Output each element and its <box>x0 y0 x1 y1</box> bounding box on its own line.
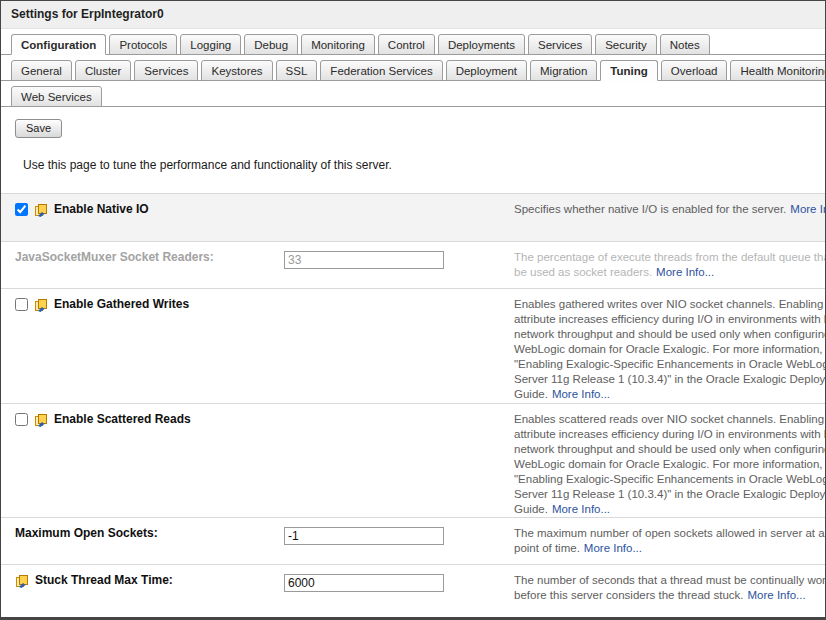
restart-required-icon <box>34 203 48 217</box>
tab-configuration[interactable]: Configuration <box>11 34 106 55</box>
field-label-enable-scattered-reads: Enable Scattered Reads <box>54 412 191 427</box>
restart-required-icon <box>34 413 48 427</box>
help-enable-scattered-reads: Enables scattered reads over NIO socket … <box>514 412 826 517</box>
stuck-thread-max-time-input[interactable] <box>284 574 444 592</box>
settings-page: Settings for ErpIntegrator0 Configuratio… <box>0 0 826 620</box>
tab-debug[interactable]: Debug <box>244 34 298 55</box>
tab-services-sub[interactable]: Services <box>134 60 198 81</box>
tab-logging[interactable]: Logging <box>180 34 241 55</box>
tab-security[interactable]: Security <box>595 34 657 55</box>
secondary-tab-bar-wrap: Web Services <box>1 81 825 107</box>
more-info-link[interactable]: More Info... <box>552 503 610 515</box>
more-info-link[interactable]: More Info... <box>584 542 642 554</box>
tab-general[interactable]: General <box>11 60 72 81</box>
tab-control[interactable]: Control <box>378 34 435 55</box>
tab-migration[interactable]: Migration <box>530 60 597 81</box>
help-javasocketmuxer: The percentage of execute threads from t… <box>514 250 826 280</box>
page-title: Settings for ErpIntegrator0 <box>1 1 825 29</box>
toolbar: Save <box>1 107 825 144</box>
more-info-link[interactable]: More Info... <box>656 266 714 278</box>
row-enable-gathered-writes: Enable Gathered Writes Enables gathered … <box>1 288 825 403</box>
help-text: Enables scattered reads over NIO socket … <box>514 413 826 515</box>
help-enable-gathered-writes: Enables gathered writes over NIO socket … <box>514 297 826 402</box>
page-description: Use this page to tune the performance an… <box>23 158 825 172</box>
tab-monitoring[interactable]: Monitoring <box>301 34 375 55</box>
row-javasocketmuxer-socket-readers: JavaSocketMuxer Socket Readers: The perc… <box>1 241 825 288</box>
tab-health-monitoring[interactable]: Health Monitoring <box>730 60 826 81</box>
tab-overload[interactable]: Overload <box>661 60 728 81</box>
more-info-link[interactable]: More Info... <box>790 203 826 215</box>
tab-deployments[interactable]: Deployments <box>438 34 525 55</box>
field-label-maximum-open-sockets: Maximum Open Sockets: <box>15 526 158 541</box>
primary-tab-bar: Configuration Protocols Logging Debug Mo… <box>1 29 825 55</box>
more-info-link[interactable]: More Info... <box>552 388 610 400</box>
restart-required-icon <box>34 298 48 312</box>
tab-web-services[interactable]: Web Services <box>11 86 102 107</box>
enable-scattered-reads-checkbox[interactable] <box>15 413 28 426</box>
help-stuck-thread-max-time: The number of seconds that a thread must… <box>514 573 826 603</box>
enable-gathered-writes-checkbox[interactable] <box>15 298 28 311</box>
javasocketmuxer-socket-readers-input[interactable] <box>284 251 444 269</box>
tab-ssl[interactable]: SSL <box>276 60 318 81</box>
help-text: Specifies whether native I/O is enabled … <box>514 203 786 215</box>
more-info-link[interactable]: More Info... <box>747 589 805 601</box>
help-maximum-open-sockets: The maximum number of open sockets allow… <box>514 526 826 556</box>
tab-deployment[interactable]: Deployment <box>446 60 527 81</box>
row-maximum-open-sockets: Maximum Open Sockets: The maximum number… <box>1 517 825 564</box>
field-label-enable-gathered-writes: Enable Gathered Writes <box>54 297 189 312</box>
tab-notes[interactable]: Notes <box>660 34 710 55</box>
tab-federation-services[interactable]: Federation Services <box>320 60 442 81</box>
tab-services[interactable]: Services <box>528 34 592 55</box>
tab-protocols[interactable]: Protocols <box>109 34 177 55</box>
field-label-javasocketmuxer: JavaSocketMuxer Socket Readers: <box>15 250 214 265</box>
tuning-form: Enable Native IO Specifies whether nativ… <box>1 193 825 610</box>
field-label-stuck-thread-max-time: Stuck Thread Max Time: <box>35 573 173 588</box>
row-enable-scattered-reads: Enable Scattered Reads Enables scattered… <box>1 403 825 517</box>
row-stuck-thread-max-time: Stuck Thread Max Time: The number of sec… <box>1 564 825 610</box>
restart-required-icon <box>15 574 29 588</box>
help-text: The maximum number of open sockets allow… <box>514 527 826 554</box>
secondary-tab-bar: General Cluster Services Keystores SSL F… <box>1 55 825 81</box>
tab-cluster[interactable]: Cluster <box>75 60 131 81</box>
help-text: Enables gathered writes over NIO socket … <box>514 298 826 400</box>
row-enable-native-io: Enable Native IO Specifies whether nativ… <box>1 193 825 241</box>
maximum-open-sockets-input[interactable] <box>284 527 444 545</box>
enable-native-io-checkbox[interactable] <box>15 203 28 216</box>
tab-tuning[interactable]: Tuning <box>600 60 657 81</box>
tab-keystores[interactable]: Keystores <box>201 60 272 81</box>
help-enable-native-io: Specifies whether native I/O is enabled … <box>514 202 826 217</box>
field-label-enable-native-io: Enable Native IO <box>54 202 149 217</box>
save-button[interactable]: Save <box>15 119 62 138</box>
